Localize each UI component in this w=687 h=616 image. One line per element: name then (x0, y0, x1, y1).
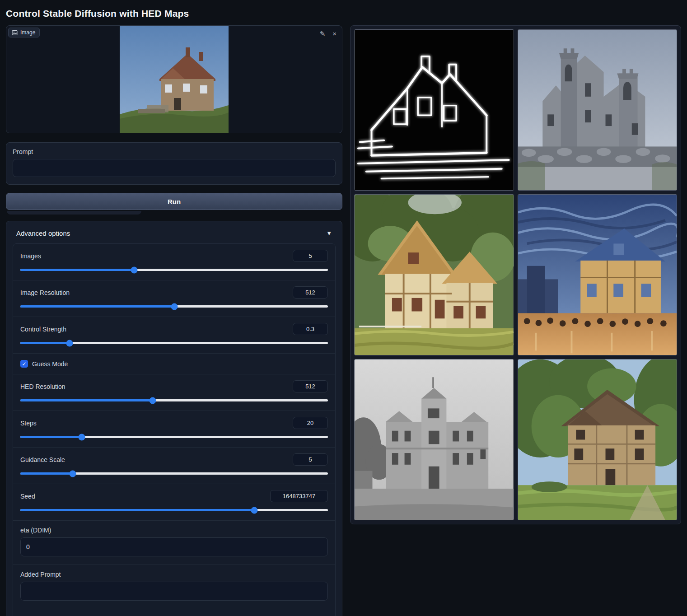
eta-row: eta (DDIM) (13, 520, 335, 565)
gallery-item-hed-edge-map[interactable] (354, 29, 514, 191)
image-resolution-slider-handle[interactable] (171, 303, 178, 310)
steps-label: Steps (20, 420, 37, 427)
image-label: Image (20, 29, 35, 36)
slider-row-guidance-scale: Guidance Scale (13, 447, 335, 484)
guidance-scale-slider[interactable] (20, 472, 328, 475)
images-value-input[interactable] (293, 250, 328, 262)
guess-mode-label: Guess Mode (32, 360, 68, 368)
guess-mode-row[interactable]: Guess Mode (13, 353, 335, 374)
slider-row-images: Images (13, 244, 335, 280)
image-upload-block[interactable]: Image ✎ × (6, 25, 342, 133)
advanced-options-header[interactable]: Advanced options ▼ (13, 228, 336, 243)
stone-castle-image (518, 30, 677, 190)
gallery-item-stone-castle[interactable] (518, 29, 678, 191)
country-house-image (518, 359, 677, 520)
slider-row-seed: Seed (13, 484, 335, 520)
added-prompt-input[interactable] (20, 582, 328, 601)
images-slider-handle[interactable] (131, 266, 137, 273)
slider-row-image-resolution: Image Resolution (13, 280, 335, 317)
eta-label: eta (DDIM) (20, 527, 328, 534)
prompt-input[interactable] (13, 159, 336, 177)
guidance-scale-value-input[interactable] (293, 453, 328, 466)
input-image-preview[interactable] (6, 26, 342, 133)
hed-resolution-slider-handle[interactable] (149, 397, 156, 404)
image-actions: ✎ × (319, 29, 337, 38)
added-prompt-row: Added Prompt (13, 565, 335, 609)
added-prompt-label: Added Prompt (20, 571, 328, 578)
slider-row-control-strength: Control Strength (13, 317, 335, 353)
image-resolution-slider[interactable] (20, 305, 328, 308)
seed-slider[interactable] (20, 509, 328, 511)
result-gallery (350, 25, 681, 524)
impressionist-house-image (518, 195, 677, 355)
steps-slider[interactable] (20, 436, 328, 438)
hed-resolution-slider[interactable] (20, 399, 328, 401)
hed-edge-map-image (355, 30, 514, 190)
control-strength-value-input[interactable] (293, 323, 328, 335)
slider-row-steps: Steps (13, 411, 335, 447)
gallery-item-grayscale-manor[interactable] (354, 359, 514, 520)
painted-cottage-image (355, 195, 514, 355)
eta-input[interactable] (20, 537, 328, 556)
image-resolution-label: Image Resolution (20, 289, 70, 296)
steps-slider-handle[interactable] (79, 434, 85, 440)
control-strength-slider[interactable] (20, 342, 328, 344)
images-label: Images (20, 252, 41, 260)
page-title: Control Stable Diffusion with HED Maps (6, 8, 681, 19)
grayscale-manor-image (355, 359, 514, 520)
run-button[interactable]: Run (6, 193, 342, 210)
gallery-grid (354, 29, 677, 520)
controls-column: Image ✎ × (6, 25, 342, 616)
close-icon[interactable]: × (332, 29, 337, 38)
seed-slider-handle[interactable] (251, 507, 257, 513)
edit-icon[interactable]: ✎ (319, 29, 327, 38)
advanced-controls: Images Image Resolution (13, 243, 336, 616)
seed-value-input[interactable] (270, 490, 328, 502)
gallery-item-country-house[interactable] (518, 359, 678, 520)
hed-resolution-label: HED Resolution (20, 383, 65, 390)
guidance-scale-label: Guidance Scale (20, 456, 65, 463)
steps-value-input[interactable] (293, 417, 328, 429)
slider-row-hed-resolution: HED Resolution (13, 374, 335, 411)
advanced-options-title: Advanced options (16, 229, 70, 237)
negative-prompt-row: Negative Prompt (13, 609, 335, 616)
guidance-scale-slider-handle[interactable] (69, 470, 76, 477)
gallery-item-impressionist-house[interactable] (518, 194, 678, 355)
image-icon (12, 30, 18, 36)
hed-resolution-value-input[interactable] (293, 380, 328, 392)
chevron-down-icon: ▼ (326, 230, 332, 237)
guess-mode-checkbox[interactable] (20, 360, 28, 368)
main-layout: Image ✎ × (6, 25, 681, 616)
control-strength-label: Control Strength (20, 326, 66, 333)
control-strength-slider-handle[interactable] (66, 340, 73, 346)
input-image-house (120, 26, 229, 133)
prompt-block: Prompt (6, 142, 342, 185)
run-button-shadow (7, 211, 141, 215)
seed-label: Seed (20, 493, 35, 500)
gallery-item-painted-cottage[interactable] (354, 194, 514, 355)
advanced-options-block: Advanced options ▼ Images (6, 221, 342, 616)
image-resolution-value-input[interactable] (293, 286, 328, 299)
images-slider[interactable] (20, 269, 328, 271)
prompt-label: Prompt (13, 148, 336, 155)
image-label-badge: Image (8, 28, 40, 37)
